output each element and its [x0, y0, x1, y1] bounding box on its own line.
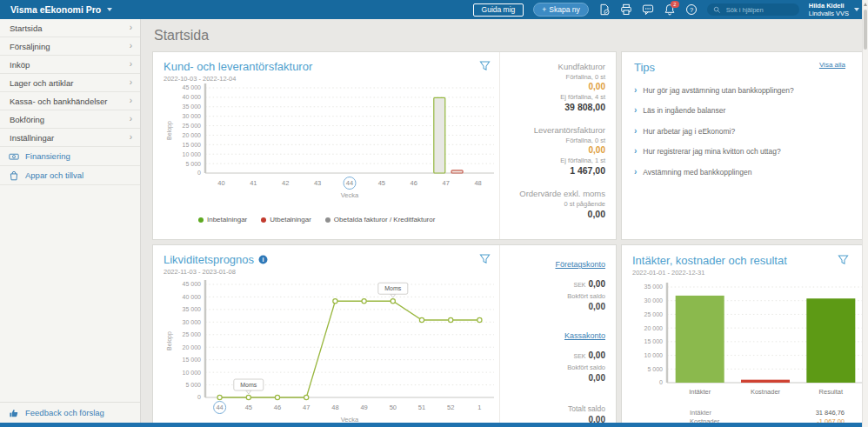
guide-me-button[interactable]: Guida mig: [473, 3, 524, 17]
chat-icon[interactable]: [642, 3, 654, 16]
result-chart: 05 00010 00015 00020 00025 00030 00035 0…: [632, 277, 868, 404]
panel-row-value: 0,00: [507, 82, 605, 91]
filter-icon[interactable]: [838, 254, 849, 265]
sidebar-item-bokföring[interactable]: Bokföring›: [0, 110, 140, 129]
svg-text:25 000: 25 000: [644, 311, 664, 317]
legend-item: Utbetalningar: [261, 216, 311, 224]
booked-balance-value: 0,00: [507, 302, 605, 311]
svg-text:42: 42: [282, 179, 289, 187]
scrollbar[interactable]: [862, 0, 868, 427]
accounts-panel: FöretagskontoSEK0,00Bokfört saldo0,00Kas…: [499, 245, 616, 427]
sidebar-item-inställningar[interactable]: Inställningar›: [0, 129, 140, 147]
account-link[interactable]: Kassakonto: [564, 331, 605, 340]
sidebar-item-appar-och-tillval[interactable]: Appar och tillval: [0, 166, 140, 185]
panel-section-header: Leverantörsfakturor: [507, 125, 605, 135]
feedback-link[interactable]: Feedback och förslag: [0, 402, 140, 423]
svg-text:0: 0: [197, 170, 201, 176]
app-switcher-menu[interactable]: Visma eEkonomi Pro: [10, 4, 112, 15]
chevron-right-icon: ›: [130, 133, 132, 142]
svg-text:Moms: Moms: [240, 382, 257, 388]
svg-text:47: 47: [303, 404, 310, 411]
svg-text:1: 1: [477, 404, 481, 411]
svg-text:10 000: 10 000: [183, 151, 202, 157]
sidebar-nav: Startsida›Försäljning›Inköp›Lager och ar…: [0, 19, 140, 147]
liquidity-card-title: Likviditetsprognos i: [164, 253, 268, 266]
user-menu[interactable]: Hilda Kideli Lindvalls VVS: [809, 2, 859, 18]
panel-section-header: Kundfakturor: [507, 62, 605, 71]
help-icon[interactable]: ?: [685, 3, 698, 16]
legend-dot: [325, 217, 331, 223]
total-balance: Totalt saldo0,00: [507, 404, 605, 424]
filter-icon[interactable]: [479, 253, 491, 264]
app-title: Visma eEkonomi Pro: [10, 4, 101, 15]
svg-text:45 000: 45 000: [183, 281, 202, 287]
svg-text:35 000: 35 000: [183, 306, 202, 312]
result-card-date: 2022-01-01 - 2022-12-31: [632, 269, 787, 277]
tip-link[interactable]: ›Hur registrerar jag mina kvitton och ut…: [634, 147, 850, 156]
show-all-link[interactable]: Visa alla: [819, 61, 845, 69]
notification-badge: 2: [671, 1, 679, 8]
sidebar-item-försäljning[interactable]: Försäljning›: [0, 37, 140, 56]
scroll-up-arrow[interactable]: [864, 3, 867, 6]
account-block-företagskonto: FöretagskontoSEK0,00Bokfört saldo0,00: [507, 255, 605, 311]
panel-row-value: 1 467,00: [507, 165, 605, 176]
sidebar-item-finansiering[interactable]: Finansiering: [0, 147, 140, 166]
tips-card: Tips Visa alla ›Hur gör jag avstämning u…: [621, 51, 863, 240]
currency-label: SEK: [574, 282, 586, 288]
filter-icon[interactable]: [479, 60, 491, 71]
sidebar-item-lager-och-artiklar[interactable]: Lager och artiklar›: [0, 74, 140, 92]
help-search-field[interactable]: [707, 3, 799, 16]
bag-icon: [9, 170, 19, 181]
notifications-bell-icon[interactable]: 2: [664, 3, 676, 16]
chevron-right-icon: ›: [634, 168, 637, 177]
scroll-thumb[interactable]: [864, 10, 867, 50]
create-new-button[interactable]: + Skapa ny: [533, 3, 588, 17]
sidebar-item-startsida[interactable]: Startsida›: [0, 19, 140, 37]
svg-text:45 000: 45 000: [183, 84, 202, 90]
panel-row-value: 0,00: [507, 145, 605, 155]
sidebar-item-inköp[interactable]: Inköp›: [0, 56, 140, 74]
account-link[interactable]: Företagskonto: [555, 260, 605, 269]
chevron-right-icon: ›: [130, 60, 132, 69]
document-check-icon[interactable]: [598, 3, 611, 16]
svg-text:Kostnader: Kostnader: [751, 388, 781, 396]
panel-row-label: Förfallna, 0 st: [507, 137, 605, 144]
svg-text:44: 44: [216, 404, 223, 411]
invoice-panel: KundfakturorFörfallna, 0 st0,00Ej förfal…: [499, 52, 616, 239]
info-icon[interactable]: i: [258, 255, 268, 264]
summary-row: Intäkter31 846,76: [690, 409, 845, 417]
legend-item: Obetalda fakturor / Kreditfakturor: [325, 216, 436, 224]
chevron-right-icon: ›: [130, 78, 132, 87]
invoices-legend: InbetalningarUtbetalningarObetalda faktu…: [198, 216, 495, 224]
svg-text:20 000: 20 000: [644, 325, 664, 331]
svg-text:46: 46: [274, 404, 281, 411]
panel-row-value: 0,00: [507, 209, 605, 219]
chevron-right-icon: ›: [130, 97, 132, 105]
svg-text:?: ?: [690, 6, 693, 14]
tips-list: ›Hur gör jag avstämning utan bankkopplin…: [634, 86, 850, 177]
svg-text:47: 47: [442, 179, 449, 187]
svg-text:25 000: 25 000: [183, 123, 202, 129]
tip-link[interactable]: ›Läs in ingående balanser: [634, 106, 850, 115]
tip-link[interactable]: ›Hur arbetar jag i eEkonomi?: [634, 127, 850, 136]
chevron-down-icon: [107, 8, 112, 11]
search-input[interactable]: [724, 5, 793, 15]
liquidity-card-date: 2022-11-03 - 2023-01-08: [164, 268, 268, 276]
invoices-week-chart: 05 00010 00015 00020 00025 00030 00035 0…: [164, 83, 504, 211]
svg-text:41: 41: [250, 179, 257, 187]
svg-text:30 000: 30 000: [644, 297, 664, 304]
tip-link[interactable]: ›Avstämning med bankkopplingen: [634, 168, 850, 177]
tip-link[interactable]: ›Hur gör jag avstämning utan bankkopplin…: [634, 86, 850, 95]
printer-icon[interactable]: [620, 3, 632, 16]
panel-row-label: 0 st pågående: [507, 200, 605, 208]
chevron-right-icon: ›: [634, 147, 637, 156]
chevron-right-icon: ›: [634, 106, 637, 115]
chevron-right-icon: ›: [130, 42, 132, 50]
svg-text:Moms: Moms: [384, 285, 402, 291]
svg-text:Vecka: Vecka: [341, 191, 359, 199]
svg-text:44: 44: [346, 179, 353, 187]
chevron-right-icon: ›: [634, 86, 637, 95]
svg-text:Belopp: Belopp: [166, 331, 173, 350]
sidebar-item-kassa-och-bankhändelser[interactable]: Kassa- och bankhändelser›: [0, 92, 140, 110]
topbar: Visma eEkonomi Pro Guida mig + Skapa ny …: [0, 0, 868, 19]
